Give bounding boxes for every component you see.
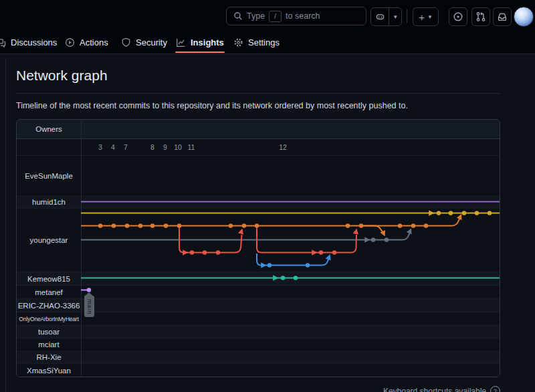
date-tick: 11: [188, 143, 195, 151]
commit-dot[interactable]: [150, 223, 154, 227]
content-left-border: [5, 59, 6, 392]
plus-icon: +: [419, 11, 425, 23]
owner-name: humid1ch: [17, 196, 81, 208]
search-placeholder-prefix: Type: [247, 11, 265, 21]
commit-dot[interactable]: [87, 288, 91, 292]
avatar[interactable]: [514, 7, 534, 27]
active-tab-underline: [175, 52, 225, 53]
owner-name: XmasSiYuan: [17, 364, 81, 377]
commit-dot[interactable]: [385, 237, 389, 241]
copilot-dropdown-chevron-icon[interactable]: ▼: [389, 8, 401, 25]
commit-dot[interactable]: [216, 250, 220, 254]
git-pull-request-icon: [475, 11, 486, 22]
commit-dot[interactable]: [332, 250, 336, 254]
commit-dot[interactable]: [190, 250, 194, 254]
repo-nav-tabs: Discussions Actions Security Insights Se…: [0, 32, 535, 54]
owner-name: metanef: [17, 286, 81, 298]
owner-name: OnlyOneArborInMyHeart: [17, 312, 81, 325]
commit-dot[interactable]: [255, 223, 259, 227]
top-header-bar: Type / to search ▼ +▼: [0, 0, 535, 32]
header-divider: [407, 9, 407, 23]
search-placeholder-suffix: to search: [286, 11, 320, 21]
commit-dot[interactable]: [475, 211, 479, 215]
owner-name: mciart: [17, 338, 81, 351]
date-axis: 34789101112: [17, 139, 500, 155]
date-tick: 12: [279, 143, 287, 151]
commit-dot[interactable]: [281, 276, 285, 280]
shortcuts-hint-text: Keyboard shortcuts available: [383, 387, 486, 392]
create-new-button[interactable]: +▼: [413, 7, 439, 26]
owner-row: tusoar: [17, 325, 500, 338]
owner-name: EveSunMaple: [17, 156, 81, 195]
commit-dot[interactable]: [242, 223, 246, 227]
date-tick: 9: [163, 143, 167, 151]
commit-dot[interactable]: [268, 263, 272, 267]
keyboard-shortcuts-hint[interactable]: Keyboard shortcuts available ?: [383, 386, 500, 392]
tab-discussions[interactable]: Discussions: [0, 32, 57, 53]
commit-dot[interactable]: [229, 223, 233, 227]
title-divider: [16, 93, 500, 94]
commit-dot[interactable]: [398, 223, 402, 227]
owner-row: RH-Xie: [17, 351, 500, 363]
owners-column-divider: [81, 120, 82, 377]
graph-header-row: Owners: [17, 120, 500, 139]
page-description: Timeline of the most recent commits to t…: [16, 101, 500, 110]
tab-security[interactable]: Security: [121, 32, 167, 53]
tab-label: Discussions: [11, 37, 57, 47]
date-tick: 4: [111, 143, 115, 151]
commit-dot[interactable]: [462, 211, 466, 215]
owner-rows: EveSunMaplehumid1chyoungestarKemeow815me…: [17, 155, 500, 377]
chevron-down-icon: ▼: [427, 14, 433, 20]
commit-dot[interactable]: [371, 237, 375, 241]
comment-discussion-icon: [0, 37, 6, 47]
commit-dot[interactable]: [112, 223, 116, 227]
tab-settings[interactable]: Settings: [233, 32, 280, 53]
commit-dot[interactable]: [319, 250, 323, 254]
commit-dot[interactable]: [437, 211, 441, 215]
commit-dot[interactable]: [411, 223, 415, 227]
page-title: Network graph: [16, 68, 108, 84]
tab-label: Insights: [191, 37, 224, 47]
commit-dot[interactable]: [306, 263, 310, 267]
inbox-button[interactable]: [493, 7, 512, 26]
owner-row: mciart: [17, 338, 500, 351]
commit-dot[interactable]: [125, 223, 129, 227]
commit-dot[interactable]: [98, 223, 102, 227]
owner-row: EveSunMaple: [17, 155, 500, 195]
commit-dot[interactable]: [294, 276, 298, 280]
network-graph-panel: Owners 34789101112 EveSunMaplehumid1chyo…: [16, 119, 500, 377]
owner-name: Kemeow815: [17, 272, 81, 285]
commit-dot[interactable]: [164, 223, 168, 227]
commit-dot[interactable]: [359, 223, 363, 227]
tab-insights[interactable]: Insights: [176, 32, 224, 53]
owner-row: Kemeow815: [17, 272, 500, 285]
commit-dot[interactable]: [488, 211, 492, 215]
owner-row: XmasSiYuan: [17, 363, 500, 377]
commit-dot[interactable]: [203, 250, 207, 254]
tab-label: Actions: [80, 37, 108, 47]
question-circle-icon: ?: [490, 386, 500, 392]
commit-dot[interactable]: [138, 223, 142, 227]
commit-dot[interactable]: [346, 223, 350, 227]
pull-requests-button[interactable]: [471, 7, 490, 26]
inbox-icon: [497, 11, 508, 22]
owners-column-header: Owners: [17, 120, 81, 138]
tab-actions[interactable]: Actions: [65, 32, 108, 53]
commit-dot[interactable]: [177, 223, 181, 227]
search-input[interactable]: Type / to search: [226, 7, 366, 25]
search-icon: [233, 11, 243, 21]
branch-label-text: main: [86, 299, 93, 314]
date-tick: 10: [174, 143, 182, 151]
owner-name: RH-Xie: [17, 351, 81, 363]
issues-button[interactable]: [449, 7, 467, 26]
copilot-button[interactable]: ▼: [370, 7, 402, 26]
date-tick: 8: [150, 143, 154, 151]
date-tick: 3: [98, 143, 102, 151]
date-tick: 7: [124, 143, 128, 151]
commit-dot[interactable]: [424, 223, 428, 227]
copilot-icon: [371, 8, 389, 25]
branch-label-main[interactable]: main: [84, 292, 94, 317]
owner-name: youngestar: [17, 209, 81, 272]
commit-dot[interactable]: [449, 211, 453, 215]
slash-keycap: /: [269, 11, 282, 22]
